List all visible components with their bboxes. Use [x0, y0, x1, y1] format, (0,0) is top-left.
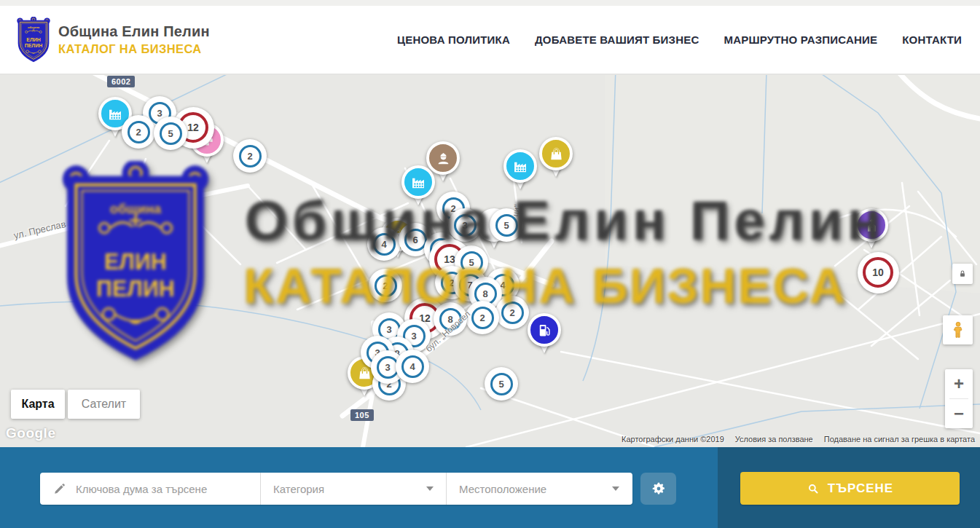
- worker-pin[interactable]: [426, 141, 460, 175]
- factory-pin[interactable]: [401, 165, 435, 199]
- cluster-marker[interactable]: 4: [396, 350, 429, 383]
- google-logo[interactable]: Google: [6, 425, 55, 441]
- chevron-down-icon: [426, 486, 434, 491]
- lock-icon: [957, 269, 968, 279]
- cluster-count: 2: [128, 121, 150, 143]
- map[interactable]: 6002105ул. Преславбул. „Новоселци"321252…: [0, 75, 980, 447]
- pegman-icon: [949, 320, 968, 340]
- nav-item-add-business[interactable]: ДОБАВЕТЕ ВАШИЯТ БИЗНЕС: [535, 34, 699, 46]
- road-badge: 105: [350, 409, 374, 421]
- nav-item-contacts[interactable]: КОНТАКТИ: [902, 34, 962, 46]
- cluster-count: 2: [471, 307, 494, 329]
- pegman-control[interactable]: [943, 315, 973, 344]
- road-badge: 6002: [107, 76, 135, 87]
- cluster-marker[interactable]: 2: [122, 115, 155, 149]
- main-nav: ЦЕНОВА ПОЛИТИКА ДОБАВЕТЕ ВАШИЯТ БИЗНЕС М…: [397, 34, 962, 46]
- street-label: ул. Преслав: [12, 218, 67, 241]
- zoom-in-button[interactable]: +: [945, 369, 973, 398]
- attribution-copyright: Картографски данни ©2019: [622, 435, 724, 444]
- nav-item-pricing[interactable]: ЦЕНОВА ПОЛИТИКА: [397, 34, 510, 46]
- cluster-marker[interactable]: 2: [369, 269, 402, 302]
- cluster-marker[interactable]: 4: [367, 227, 401, 261]
- cluster-marker[interactable]: 2: [233, 139, 267, 173]
- cluster-count: 10: [863, 257, 893, 288]
- attribution-report-error-link[interactable]: Подаване на сигнал за грешка в картата: [824, 435, 975, 444]
- pencil-icon: [52, 482, 66, 496]
- nav-item-route-schedule[interactable]: МАРШРУТНО РАЗПИСАНИЕ: [724, 34, 877, 46]
- cluster-count: 6: [404, 229, 427, 251]
- chevron-down-icon: [612, 486, 619, 491]
- factory-icon: [410, 174, 427, 191]
- search-icon: [807, 482, 820, 495]
- factory-pin[interactable]: [503, 149, 537, 183]
- church-pin[interactable]: [855, 208, 888, 242]
- municipality-crest-logo: [16, 17, 51, 63]
- search-button-label: ТЪРСЕНЕ: [828, 481, 893, 496]
- cluster-marker[interactable]: 3: [448, 208, 482, 242]
- factory-icon: [107, 106, 124, 122]
- cluster-count: 5: [160, 122, 182, 145]
- factory-icon: [512, 158, 529, 175]
- zoom-control: + −: [945, 369, 973, 428]
- location-dropdown-label: Местоположение: [459, 483, 546, 495]
- category-dropdown-label: Категория: [273, 483, 324, 495]
- cluster-count: 4: [401, 355, 424, 378]
- gear-icon: [651, 481, 667, 497]
- church-icon: [863, 217, 880, 234]
- top-strip: [0, 0, 980, 6]
- fuel-icon: [536, 322, 553, 339]
- worker-icon: [435, 150, 452, 167]
- lock-button[interactable]: [952, 264, 973, 284]
- site-subtitle: КАТАЛОГ НА БИЗНЕСА: [58, 42, 210, 56]
- keyword-search-input[interactable]: [76, 483, 251, 495]
- map-type-satellite-button[interactable]: Сателит: [68, 390, 140, 419]
- markers-layer: 6002105ул. Преславбул. „Новоселци"321252…: [0, 75, 980, 447]
- cluster-marker[interactable]: 10: [858, 252, 899, 293]
- zoom-out-button[interactable]: −: [945, 399, 973, 428]
- bag-icon: [548, 146, 565, 162]
- header: Община Елин Пелин КАТАЛОГ НА БИЗНЕСА ЦЕН…: [0, 6, 980, 75]
- search-bar: Категория Местоположение ТЪРСЕНЕ: [0, 447, 980, 528]
- advanced-settings-button[interactable]: [640, 473, 676, 505]
- keyword-field-wrap: [40, 473, 260, 505]
- search-fields: Категория Местоположение: [40, 473, 632, 505]
- cluster-marker[interactable]: 5: [154, 117, 187, 150]
- bag-pin[interactable]: [539, 137, 573, 170]
- cluster-count: 2: [239, 145, 262, 168]
- fuel-pin[interactable]: [528, 313, 561, 347]
- brand-logo[interactable]: Община Елин Пелин КАТАЛОГ НА БИЗНЕСА: [16, 17, 210, 63]
- cluster-count: 2: [501, 302, 524, 324]
- site-title: Община Елин Пелин: [58, 23, 210, 40]
- cluster-marker[interactable]: 5: [485, 367, 518, 401]
- cluster-count: 5: [490, 373, 513, 395]
- category-dropdown[interactable]: Категория: [260, 473, 446, 505]
- search-button[interactable]: ТЪРСЕНЕ: [740, 472, 960, 505]
- cluster-count: 5: [495, 214, 518, 237]
- cluster-count: 3: [454, 214, 477, 237]
- map-type-map-button[interactable]: Карта: [11, 390, 65, 419]
- cluster-marker[interactable]: 2: [495, 296, 529, 329]
- cluster-count: 2: [375, 275, 397, 297]
- attribution-terms-link[interactable]: Условия за ползване: [735, 435, 813, 444]
- map-attribution: Картографски данни ©2019 Условия за полз…: [622, 435, 975, 444]
- cluster-count: 4: [373, 233, 396, 256]
- map-type-control: Карта Сателит: [11, 390, 140, 419]
- location-dropdown[interactable]: Местоположение: [446, 473, 632, 505]
